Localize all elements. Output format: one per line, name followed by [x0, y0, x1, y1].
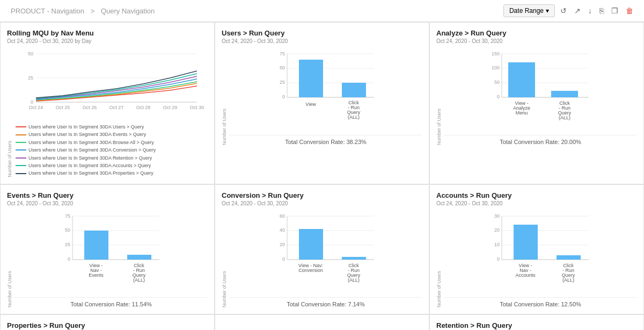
analyze-run-query-subtitle: Oct 24, 2020 - Oct 30, 2020 [436, 38, 637, 44]
conversion-y-label: Number of Users [222, 211, 227, 307]
svg-text:20: 20 [280, 242, 285, 247]
date-range-button[interactable]: Date Range ▾ [503, 4, 555, 17]
svg-rect-97 [514, 225, 538, 260]
rolling-mqu-subtitle: Oct 24, 2020 - Oct 30, 2020 by Day [7, 38, 208, 44]
events-run-query-chart: 0 25 50 75 View - Nav - Events Click - R… [14, 211, 208, 291]
properties-run-query-title: Properties > Run Query [7, 321, 208, 329]
svg-text:(ALL): (ALL) [559, 115, 570, 120]
svg-text:150: 150 [492, 51, 500, 56]
users-run-query-title: Users > Run Query [222, 29, 422, 37]
svg-text:Oct 29: Oct 29 [163, 105, 178, 110]
download-button[interactable]: ↓ [586, 4, 594, 17]
svg-text:60: 60 [280, 213, 285, 219]
svg-text:Oct 27: Oct 27 [109, 105, 124, 110]
svg-text:25: 25 [280, 80, 285, 85]
svg-text:50: 50 [28, 51, 33, 56]
analyze-run-query-title: Analyze > Run Query [436, 29, 637, 37]
svg-text:Accounts: Accounts [515, 272, 536, 278]
svg-rect-42 [551, 91, 578, 97]
svg-text:0: 0 [282, 256, 285, 262]
svg-text:View: View [305, 102, 316, 107]
retention-run-query-panel: Retention > Run Query Oct 24, 2020 - Oct… [429, 314, 644, 330]
svg-text:50: 50 [280, 65, 285, 70]
analyze-run-query-panel: Analyze > Run Query Oct 24, 2020 - Oct 3… [429, 22, 644, 184]
delete-button[interactable]: 🗑 [624, 4, 635, 17]
share-button[interactable]: ↗ [572, 4, 583, 17]
svg-text:40: 40 [280, 227, 285, 233]
accounts-y-label: Number of Users [436, 211, 442, 307]
rolling-mqu-chart: 50 25 0 Oct 24 Oct 25 Oct 26 Oct 27 Oct … [14, 48, 208, 118]
retention-run-query-title: Retention > Run Query [436, 321, 637, 329]
svg-text:Oct 26: Oct 26 [83, 105, 97, 110]
breadcrumb-separator: > [91, 7, 95, 15]
svg-rect-41 [508, 62, 535, 97]
refresh-button[interactable]: ↺ [558, 4, 569, 17]
svg-rect-61 [127, 255, 151, 260]
svg-rect-25 [342, 83, 366, 97]
analyze-run-query-chart: 0 50 100 150 View - Analyze Menu Click -… [444, 48, 637, 129]
breadcrumb-product[interactable]: PRODUCT - Navigation [11, 7, 84, 15]
breadcrumb: PRODUCT - Navigation > Query Navigation [9, 7, 157, 15]
events-run-query-subtitle: Oct 24, 2020 - Oct 30, 2020 [7, 200, 208, 206]
events-run-query-panel: Events > Run Query Oct 24, 2020 - Oct 30… [0, 184, 215, 314]
svg-text:Oct 30: Oct 30 [190, 105, 204, 110]
duplicate-button[interactable]: ❐ [609, 4, 620, 17]
events-conversion-rate: Total Conversion Rate: 11.54% [14, 297, 208, 307]
svg-rect-79 [299, 229, 323, 260]
svg-text:(ALL): (ALL) [348, 277, 360, 283]
svg-text:50: 50 [65, 227, 70, 233]
svg-text:Oct 28: Oct 28 [136, 105, 151, 110]
svg-text:25: 25 [28, 75, 33, 81]
events-run-query-title: Events > Run Query [7, 191, 208, 199]
analyze-conversion-rate: Total Conversion Rate: 20.00% [444, 135, 637, 145]
accounts-conversion-rate: Total Conversion Rate: 12.50% [444, 297, 637, 307]
accounts-run-query-panel: Accounts > Run Query Oct 24, 2020 - Oct … [429, 184, 644, 314]
users-run-query-y-label: Number of Users [222, 48, 227, 145]
breadcrumb-current: Query Navigation [101, 7, 155, 15]
svg-text:0: 0 [282, 94, 285, 99]
conversion-run-query-chart: 0 20 40 60 View - Nav: Conversion Click … [229, 211, 422, 291]
svg-text:Oct 25: Oct 25 [56, 105, 70, 110]
svg-text:Events: Events [89, 272, 104, 278]
svg-text:Conversion: Conversion [298, 268, 323, 273]
svg-text:0: 0 [31, 99, 33, 105]
svg-rect-80 [342, 257, 366, 260]
svg-text:75: 75 [280, 51, 285, 56]
rolling-mqu-legend: Users where User Is In Segment 30DA User… [16, 123, 208, 177]
svg-text:0: 0 [68, 256, 70, 262]
svg-text:(ALL): (ALL) [133, 277, 145, 283]
svg-rect-24 [299, 60, 323, 97]
page-header: PRODUCT - Navigation > Query Navigation … [0, 0, 644, 22]
rolling-mqu-y-label: Number of Users [7, 48, 12, 177]
users-run-query-panel: Users > Run Query Oct 24, 2020 - Oct 30,… [215, 22, 429, 184]
conversion-run-query-panel: Conversion > Run Query Oct 24, 2020 - Oc… [215, 184, 429, 314]
events-y-label: Number of Users [7, 211, 12, 307]
svg-text:0: 0 [497, 94, 500, 99]
svg-text:50: 50 [494, 80, 500, 85]
svg-text:100: 100 [492, 65, 500, 70]
svg-rect-60 [84, 231, 108, 260]
users-run-query-subtitle: Oct 24, 2020 - Oct 30, 2020 [222, 38, 422, 44]
accounts-run-query-title: Accounts > Run Query [436, 191, 637, 199]
svg-text:(ALL): (ALL) [348, 114, 360, 120]
svg-text:75: 75 [65, 213, 70, 219]
svg-text:10: 10 [494, 242, 500, 247]
svg-text:0: 0 [497, 256, 500, 262]
accounts-run-query-subtitle: Oct 24, 2020 - Oct 30, 2020 [436, 200, 637, 206]
conversion-run-query-title: Conversion > Run Query [222, 191, 422, 199]
svg-text:30: 30 [494, 213, 500, 219]
conversion-run-query-subtitle: Oct 24, 2020 - Oct 30, 2020 [222, 200, 422, 206]
empty-panel [215, 314, 429, 330]
copy-button[interactable]: ⎘ [597, 4, 606, 17]
properties-run-query-panel: Properties > Run Query Oct 24, 2020 - Oc… [0, 314, 215, 330]
users-run-query-chart: 0 25 50 75 View Click - Run Query (ALL) [229, 48, 422, 129]
svg-text:Menu: Menu [516, 110, 528, 116]
users-conversion-rate: Total Conversion Rate: 38.23% [229, 135, 422, 145]
analyze-y-label: Number of Users [436, 48, 442, 145]
chevron-down-icon: ▾ [546, 7, 549, 15]
accounts-run-query-chart: 0 10 20 30 View - Nav - Accounts Click -… [444, 211, 637, 291]
rolling-mqu-panel: Rolling MQU by Nav Menu Oct 24, 2020 - O… [0, 22, 215, 184]
svg-text:25: 25 [65, 242, 70, 247]
svg-text:20: 20 [494, 227, 500, 233]
conversion-conversion-rate: Total Conversion Rate: 7.14% [229, 297, 422, 307]
